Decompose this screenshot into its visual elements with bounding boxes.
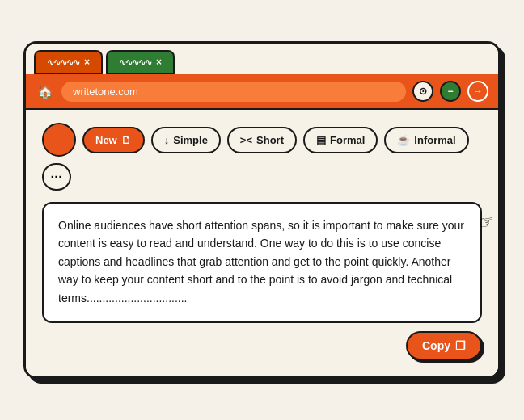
copy-label: Copy: [422, 339, 450, 352]
tab2-squiggle: ∿∿∿∿∿: [119, 57, 151, 68]
text-box: Online audiences have short attention sp…: [42, 202, 482, 323]
tab1-squiggle: ∿∿∿∿∿: [47, 57, 79, 68]
tab-1[interactable]: ∿∿∿∿∿ ×: [34, 50, 103, 74]
copy-btn-row: Copy ❐: [42, 331, 482, 360]
home-icon[interactable]: 🏠: [36, 82, 55, 101]
formal-label: Formal: [330, 134, 365, 146]
new-icon: 🗋: [121, 134, 132, 146]
circle-btn[interactable]: ⊙: [412, 81, 433, 102]
browser-window: ∿∿∿∿∿ × ∿∿∿∿∿ × 🏠 ⊙ − → New 🗋: [23, 41, 501, 379]
informal-button[interactable]: ☕ Informal: [384, 127, 468, 153]
short-label: Short: [256, 134, 284, 146]
tab-bar: ∿∿∿∿∿ × ∿∿∿∿∿ ×: [26, 44, 498, 74]
close-btn[interactable]: →: [467, 81, 488, 102]
more-button[interactable]: ···: [42, 163, 71, 191]
tab2-close-icon[interactable]: ×: [156, 57, 162, 68]
tab1-close-icon[interactable]: ×: [84, 57, 90, 68]
minus-icon: −: [447, 86, 453, 97]
short-button[interactable]: >< Short: [227, 127, 297, 153]
copy-icon: ❐: [455, 339, 466, 352]
formal-icon: ▤: [316, 134, 326, 146]
formal-button[interactable]: ▤ Formal: [303, 127, 378, 153]
simple-label: Simple: [173, 134, 208, 146]
address-input[interactable]: [61, 82, 406, 102]
short-icon: ><: [240, 134, 252, 146]
toolbar: New 🗋 ↓ Simple >< Short ▤ Formal ☕ Infor…: [42, 123, 482, 191]
informal-label: Informal: [414, 134, 455, 146]
more-icon: ···: [51, 170, 63, 183]
address-bar-row: 🏠 ⊙ − →: [26, 74, 498, 110]
text-box-wrapper: Online audiences have short attention sp…: [42, 202, 482, 360]
new-button[interactable]: New 🗋: [82, 127, 145, 153]
informal-icon: ☕: [397, 134, 410, 146]
new-label: New: [95, 134, 117, 146]
simple-icon: ↓: [164, 134, 170, 146]
tab-2[interactable]: ∿∿∿∿∿ ×: [106, 50, 175, 74]
copy-button[interactable]: Copy ❐: [406, 331, 482, 360]
cursor-icon: ☞: [477, 210, 497, 233]
main-content: New 🗋 ↓ Simple >< Short ▤ Formal ☕ Infor…: [26, 110, 498, 376]
minimize-btn[interactable]: −: [440, 81, 461, 102]
record-icon: ⊙: [419, 86, 427, 97]
avatar: [42, 123, 76, 157]
arrow-icon: →: [473, 86, 483, 97]
simple-button[interactable]: ↓ Simple: [151, 127, 221, 153]
content-text: Online audiences have short attention sp…: [58, 216, 466, 307]
